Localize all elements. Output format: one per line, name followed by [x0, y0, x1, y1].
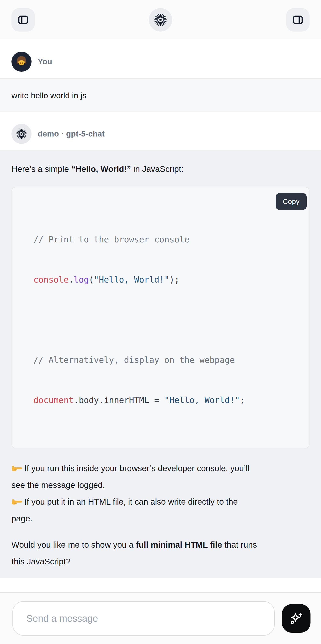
- assistant-tips: If you run this inside your browser’s de…: [11, 460, 310, 527]
- code-punct: (: [89, 275, 94, 284]
- tip-line: see the message logged.: [11, 477, 310, 494]
- right-panel-toggle-button[interactable]: [286, 8, 310, 32]
- empty-chat-area: [0, 578, 321, 592]
- user-sender-label: You: [38, 57, 52, 66]
- question-bold-text: full minimal HTML file: [136, 540, 222, 549]
- user-message-text: write hello world in js: [0, 78, 321, 112]
- starburst-icon: [154, 13, 167, 26]
- tip-line: page.: [11, 510, 310, 527]
- user-avatar: [11, 52, 31, 72]
- top-bar: [0, 0, 321, 40]
- copy-code-button[interactable]: Copy: [276, 193, 307, 210]
- message-input[interactable]: [12, 601, 275, 636]
- code-comment: // Alternatively, display on the webpage: [33, 355, 235, 365]
- intro-bold-text: “Hello, World!”: [71, 164, 131, 174]
- person-emoji-icon: [14, 54, 29, 69]
- tip-line: If you run this inside your browser’s de…: [11, 460, 310, 477]
- assistant-message-body: Here’s a simple “Hello, World!” in JavaS…: [0, 150, 321, 578]
- assistant-intro-line: Here’s a simple “Hello, World!” in JavaS…: [11, 162, 310, 176]
- code-comment: // Print to the browser console: [33, 235, 189, 244]
- question-line: Would you like me to show you a full min…: [11, 536, 310, 553]
- code-string: "Hello, World!": [94, 275, 169, 284]
- code-punct: );: [169, 275, 179, 284]
- panel-left-icon: [17, 14, 29, 26]
- question-line: this JavaScript?: [11, 553, 310, 570]
- code-content: // Print to the browser console console.…: [33, 206, 300, 434]
- starburst-icon: [16, 128, 27, 139]
- assistant-avatar: [11, 124, 31, 144]
- tip-line: If you put it in an HTML file, it can al…: [11, 494, 310, 510]
- panel-right-icon: [292, 14, 304, 26]
- code-punct: ;: [240, 396, 245, 405]
- tip-text: If you put it in an HTML file, it can al…: [24, 497, 238, 506]
- pointing-right-emoji: [11, 460, 24, 477]
- intro-text-after: in JavaScript:: [131, 164, 183, 174]
- code-blank-line: [33, 313, 300, 326]
- assistant-message-header: demo · gpt-5-chat: [0, 124, 321, 144]
- code-object: document: [33, 396, 74, 405]
- assistant-sender-label: demo · gpt-5-chat: [38, 129, 105, 138]
- question-text-after: that runs: [222, 540, 257, 549]
- code-string: "Hello, World!": [164, 396, 240, 405]
- user-message-header: You: [0, 52, 321, 72]
- code-function: log: [74, 275, 89, 284]
- sidebar-toggle-button[interactable]: [11, 8, 35, 32]
- assistant-question: Would you like me to show you a full min…: [11, 536, 310, 570]
- code-block: Copy // Print to the browser console con…: [11, 187, 310, 448]
- question-text: Would you like me to show you a: [11, 540, 136, 549]
- sparkle-icon: [288, 610, 304, 626]
- code-punct: .body.innerHTML =: [74, 396, 164, 405]
- tip-text: If you run this inside your browser’s de…: [24, 464, 249, 473]
- send-button[interactable]: [282, 604, 311, 633]
- code-object: console: [33, 275, 69, 284]
- code-punct: .: [69, 275, 74, 284]
- intro-text: Here’s a simple: [11, 164, 71, 174]
- app-logo-button[interactable]: [149, 8, 172, 32]
- pointing-right-emoji: [11, 494, 24, 510]
- composer-bar: [0, 592, 321, 644]
